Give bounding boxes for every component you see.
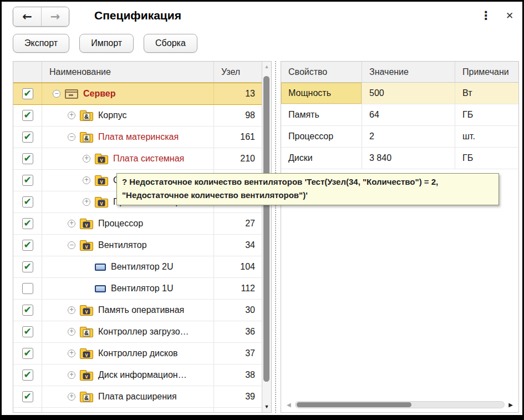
expander-icon[interactable]: + (83, 198, 90, 206)
tree-row[interactable]: ✔ − Сервер 13 (13, 83, 262, 105)
tree-row[interactable]: ✔ + v Процессор 27 (13, 213, 262, 235)
row-checkbox[interactable]: ✔ (22, 196, 33, 208)
property-row[interactable]: Диски 3 840 ГБ (281, 148, 518, 169)
node-value: 27 (214, 213, 262, 234)
row-checkbox[interactable]: ✔ (22, 110, 33, 121)
property-name: Память (281, 104, 362, 125)
panel-splitter[interactable] (275, 61, 276, 413)
row-checkbox[interactable]: ✔ (22, 131, 33, 143)
folder-variant-icon: v (80, 219, 93, 229)
tree-row[interactable]: Вентилятор 1U 112 (13, 278, 262, 300)
row-checkbox[interactable]: ✔ (22, 391, 33, 402)
item-label: Плата материнская (98, 132, 179, 142)
row-checkbox[interactable]: ✔ (22, 305, 33, 316)
scrollbar-thumb[interactable] (263, 76, 269, 382)
expander-icon[interactable]: + (68, 112, 75, 119)
tree-row[interactable]: ✔ + & Плата расширения 39 (13, 386, 262, 408)
scrollbar-thumb[interactable] (297, 402, 411, 407)
property-value: 3 840 (362, 148, 455, 169)
property-row[interactable]: Мощность 500 Вт (281, 83, 518, 104)
tree-vertical-scrollbar[interactable]: ▲ ▼ (262, 62, 271, 412)
expander-icon[interactable]: − (68, 241, 75, 249)
check-mark-icon: ✔ (23, 370, 31, 379)
check-mark-icon: ✔ (23, 392, 31, 401)
validation-tooltip: ? Недостаточное количество вентиляторов … (116, 173, 499, 205)
folder-group-icon: & (80, 327, 93, 337)
expander-icon[interactable]: + (68, 371, 75, 379)
check-mark-icon: ✔ (23, 132, 31, 141)
check-mark-icon: ✔ (23, 110, 31, 119)
folder-variant-icon: v (80, 305, 93, 316)
expander-icon[interactable]: + (68, 393, 75, 401)
check-mark-icon: ✔ (23, 240, 31, 249)
node-value: 112 (214, 278, 262, 299)
tree-row[interactable]: ✔ + v Контроллер дисков 37 (13, 343, 262, 365)
scroll-right-icon[interactable]: ▶ (508, 402, 513, 408)
tree-row[interactable]: ✔ + v Плата системная 210 (13, 148, 262, 170)
row-checkbox[interactable]: ✔ (22, 261, 33, 272)
property-name: Диски (281, 148, 362, 169)
folder-variant-icon: v (95, 197, 108, 208)
row-checkbox[interactable]: ✔ (22, 218, 33, 229)
expander-icon[interactable]: + (68, 306, 75, 314)
expander-icon[interactable]: + (83, 176, 90, 184)
scroll-up-icon[interactable]: ▲ (264, 62, 269, 72)
tree-header-row: Наименование Узел (13, 62, 262, 83)
tree-row[interactable]: ✔ + v Диск информацион… 38 (13, 365, 262, 386)
property-row[interactable]: Процессор 2 шт. (281, 126, 518, 148)
property-row[interactable]: Память 64 ГБ (281, 104, 518, 126)
properties-body: Мощность 500 Вт Память 64 ГБ Процессор 2… (281, 83, 518, 169)
toolbar: ЭкспортИмпортСборка (13, 34, 197, 53)
column-header-value[interactable]: Значение (362, 62, 455, 82)
scrollbar-track[interactable] (262, 72, 271, 402)
close-button[interactable]: ✕ (502, 8, 517, 23)
column-header-property[interactable]: Свойство (281, 62, 362, 82)
row-checkbox[interactable]: ✔ (22, 88, 33, 99)
row-checkbox[interactable] (22, 283, 33, 294)
row-checkbox[interactable]: ✔ (22, 348, 33, 359)
more-menu-button[interactable]: ⋮ (479, 7, 493, 24)
properties-horizontal-scrollbar[interactable]: ◀ ▶ (287, 400, 513, 409)
row-checkbox[interactable]: ✔ (22, 326, 33, 337)
expander-icon[interactable]: + (68, 350, 75, 357)
tree-row[interactable]: ✔ (13, 408, 262, 412)
row-checkbox[interactable]: ✔ (22, 370, 33, 381)
scroll-down-icon[interactable]: ▼ (264, 402, 269, 412)
expander-icon[interactable]: − (68, 133, 75, 141)
tree-row[interactable]: ✔ − & Плата материнская 161 (13, 126, 262, 148)
properties-header-row: Свойство Значение Примечани (281, 62, 518, 83)
node-value: 30 (214, 300, 262, 321)
column-header-note[interactable]: Примечани (455, 62, 518, 82)
tree-row[interactable]: ✔ + v Память оперативная 30 (13, 300, 262, 321)
row-checkbox[interactable]: ✔ (22, 175, 33, 186)
expander-icon[interactable]: + (68, 220, 75, 227)
импорт-button[interactable]: Импорт (79, 34, 134, 53)
scrollbar-track[interactable] (295, 401, 505, 408)
back-button[interactable]: ← (13, 7, 41, 26)
tree-row[interactable]: ✔ + & Контроллер загрузо… 36 (13, 321, 262, 343)
column-header-node[interactable]: Узел (214, 62, 262, 82)
property-note: шт. (455, 126, 518, 147)
check-mark-icon: ✔ (23, 262, 31, 271)
forward-button[interactable]: → (41, 7, 69, 26)
row-checkbox[interactable]: ✔ (22, 153, 33, 164)
column-header-checkbox[interactable] (13, 62, 42, 82)
tree-row[interactable]: ✔ Вентилятор 2U 104 (13, 256, 262, 278)
folder-variant-icon: v (95, 175, 108, 186)
column-header-name[interactable]: Наименование (42, 62, 214, 82)
property-note: ГБ (455, 148, 518, 169)
expander-icon[interactable]: − (53, 90, 60, 98)
node-value: 161 (214, 126, 262, 148)
expander-icon[interactable]: + (83, 155, 90, 163)
properties-table: Свойство Значение Примечани Мощность 500… (281, 61, 519, 413)
сборка-button[interactable]: Сборка (144, 34, 197, 53)
property-note: Вт (455, 83, 518, 104)
expander-icon[interactable]: + (68, 328, 75, 336)
scroll-left-icon[interactable]: ◀ (287, 402, 291, 408)
tree-row[interactable]: ✔ − v Вентилятор 34 (13, 235, 262, 256)
tree-row[interactable]: ✔ + & Корпус 98 (13, 105, 262, 126)
check-mark-icon: ✔ (23, 197, 31, 206)
экспорт-button[interactable]: Экспорт (13, 34, 69, 53)
property-value: 64 (362, 104, 455, 125)
row-checkbox[interactable]: ✔ (22, 240, 33, 251)
